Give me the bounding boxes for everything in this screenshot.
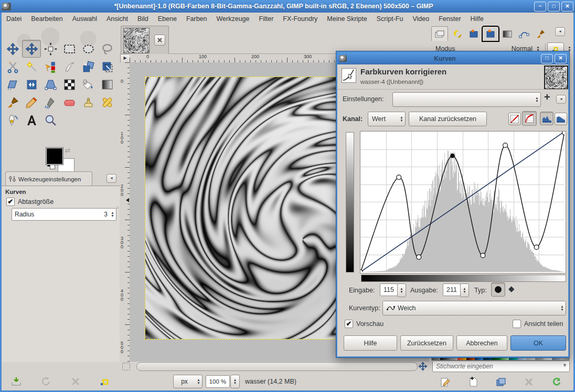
channel-combo[interactable]: Wert ▲▼ [368,112,406,126]
menu-item-12[interactable]: Video [408,14,434,24]
tool-cage-transform[interactable] [60,75,79,93]
tab-undo-history[interactable] [449,27,465,41]
tool-ink[interactable] [3,111,22,129]
tool-options-menu-button[interactable]: ◂ [107,174,116,183]
tool-move-active[interactable] [22,40,41,58]
refresh-gradients-icon[interactable] [551,376,562,388]
tool-text[interactable] [22,111,41,129]
smooth-curve-button[interactable] [522,111,537,126]
tool-free-select[interactable] [98,40,116,58]
tab-tool-options[interactable]: Werkzeugeinstellungen [5,171,92,186]
menu-item-13[interactable]: Fenster [434,14,465,24]
histogram-log-button[interactable] [555,113,567,125]
edit-gradient-icon[interactable] [440,376,451,388]
menu-item-3[interactable]: Ansicht [102,14,133,24]
zoom-entry[interactable]: 100 % [206,375,230,388]
cancel-button[interactable]: Abbrechen [456,335,507,351]
tool-shear[interactable] [3,75,22,93]
delete-preset-icon[interactable] [70,376,81,387]
menu-item-2[interactable]: Auswahl [68,14,102,24]
tool-pencil[interactable] [22,93,41,111]
tool-eraser[interactable] [60,93,79,111]
tags-input[interactable] [432,361,570,372]
radius-spinner[interactable]: ▲▼ [109,211,116,217]
settings-combo[interactable]: ▲▼ [392,92,541,107]
tab-gradients[interactable] [499,27,515,41]
point-type-corner-icon[interactable]: ◆ [508,284,515,293]
dialog-close-button[interactable]: ✕ [555,54,567,63]
tab-current-image[interactable] [483,27,498,41]
quickmask-toggle[interactable] [122,363,130,371]
linear-curve-button[interactable] [508,113,521,125]
tool-scissors-select[interactable] [3,58,22,75]
panel-resize-grip[interactable]: ≡ [116,207,119,221]
tool-zoom[interactable] [41,111,60,129]
tool-bucket-fill[interactable] [79,75,98,93]
menu-item-1[interactable]: Bearbeiten [26,14,67,24]
tool-unified-transform[interactable] [79,58,98,75]
dialog-maximize-button[interactable]: □ [541,54,553,63]
save-preset-icon[interactable] [10,376,22,387]
tool-heal[interactable] [98,93,116,111]
ok-button[interactable]: OK [510,335,566,351]
tags-dropdown-icon[interactable]: ▼ [562,363,567,368]
settings-menu-button[interactable]: ◂ [556,95,566,104]
curve-type-combo[interactable]: Weich ▲▼ [382,301,566,315]
menu-item-9[interactable]: FX-Foundry [278,14,322,24]
channel-reset-button[interactable]: Kanal zurücksetzen [409,112,487,126]
menu-item-10[interactable]: Meine Skripte [322,14,371,24]
sample-size-checkbox[interactable]: ✔ [6,198,15,206]
histogram-linear-button[interactable] [540,112,553,125]
tool-perspective[interactable] [41,75,60,93]
minimize-button[interactable]: – [534,2,546,12]
tool-select-by-color[interactable] [41,58,60,75]
tool-rectangle-select[interactable] [60,40,79,58]
curve-plot[interactable] [360,132,565,272]
menu-item-5[interactable]: Ebene [153,14,182,24]
reset-preset-icon[interactable] [99,376,111,387]
menu-item-6[interactable]: Farben [182,14,212,24]
tool-ellipse-select[interactable] [79,40,98,58]
foreground-color-swatch[interactable] [46,148,63,165]
tags-field[interactable]: ▼ [432,361,570,372]
input-spinner[interactable]: ▲▼ [397,284,406,297]
menu-item-14[interactable]: Hilfe [466,14,488,24]
dock-menu-button[interactable]: ◂ [555,27,565,36]
tab-brushes[interactable] [533,27,549,41]
point-type-smooth-button[interactable] [491,282,505,297]
tool-flip[interactable] [22,75,41,93]
add-setting-button[interactable]: + [544,91,550,103]
tab-paths[interactable] [516,27,532,41]
restore-preset-icon[interactable] [40,376,51,387]
duplicate-gradient-icon[interactable] [495,376,507,388]
split-view-checkbox[interactable] [513,320,521,328]
menu-item-0[interactable]: Datei [2,14,26,24]
horizontal-scrollbar[interactable] [136,362,418,371]
pan-navigation-icon[interactable] [418,362,428,371]
zoom-spinner[interactable]: ▲▼ [230,375,240,388]
tool-paths[interactable] [60,58,79,75]
input-entry[interactable]: 115 [380,284,398,296]
menu-item-11[interactable]: Script-Fu [372,14,408,24]
tab-images[interactable] [466,27,482,41]
menu-item-7[interactable]: Werkzeuge [212,14,254,24]
output-spinner[interactable]: ▲▼ [460,284,469,297]
tool-crop[interactable] [98,58,116,75]
tool-gradient[interactable] [98,75,116,93]
tab-layers[interactable] [431,26,448,41]
tool-airbrush[interactable] [41,93,60,111]
tool-fuzzy-select[interactable] [22,58,41,75]
help-button[interactable]: Hilfe [344,335,397,351]
close-button[interactable]: ✕ [561,2,573,12]
preview-checkbox[interactable]: ✔ [345,320,353,328]
reset-button[interactable]: Zurücksetzen [400,335,453,351]
menu-item-4[interactable]: Bild [133,14,153,24]
image-tab-close-button[interactable] [154,35,165,46]
swap-colors-icon[interactable]: ⇄ [65,147,73,155]
radius-field[interactable]: Radius 3 ▲▼ [12,208,116,221]
new-gradient-icon[interactable] [467,376,479,388]
tool-paintbrush[interactable] [3,93,22,111]
unit-select[interactable]: px ▲▼ [173,375,203,388]
delete-gradient-icon[interactable] [523,376,535,388]
vertical-ruler[interactable]: 01 0 02 0 03 0 04 0 05 0 0 [120,62,130,362]
